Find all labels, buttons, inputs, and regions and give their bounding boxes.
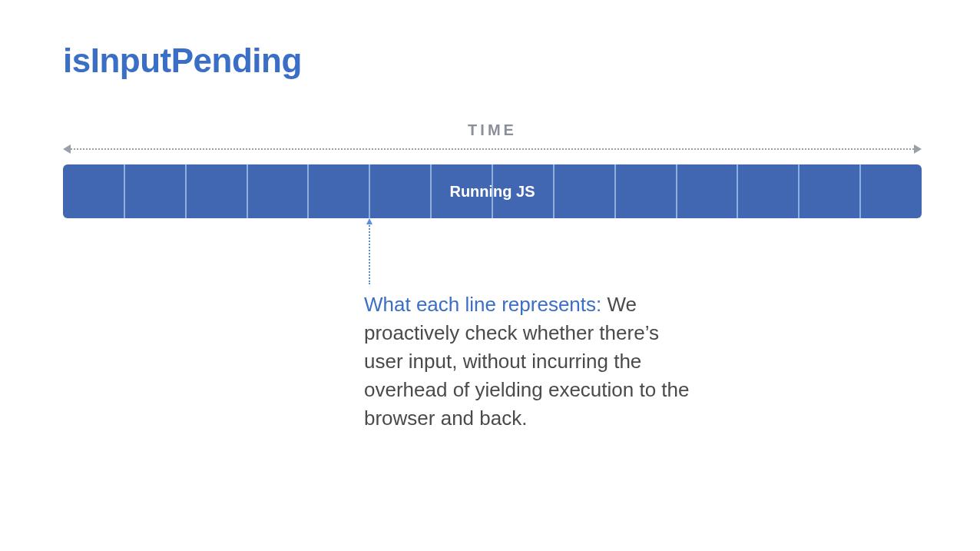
arrow-left-icon bbox=[63, 144, 71, 154]
timeline-bar: Running JS bbox=[63, 164, 922, 218]
segment-divider bbox=[430, 164, 432, 218]
segment-divider bbox=[247, 164, 248, 218]
segment-divider bbox=[124, 164, 125, 218]
segment-divider bbox=[859, 164, 861, 218]
axis-line bbox=[71, 148, 914, 150]
callout-pointer bbox=[369, 220, 370, 284]
segment-divider bbox=[614, 164, 616, 218]
page-title: isInputPending bbox=[63, 41, 302, 80]
axis-label: TIME bbox=[63, 121, 922, 139]
segment-divider bbox=[185, 164, 187, 218]
segment-divider bbox=[492, 164, 493, 218]
segment-divider bbox=[553, 164, 555, 218]
time-axis bbox=[63, 144, 922, 154]
segment-divider bbox=[307, 164, 309, 218]
segment-divider bbox=[798, 164, 800, 218]
callout-text: What each line represents: We proactivel… bbox=[364, 290, 702, 433]
arrow-right-icon bbox=[914, 144, 922, 154]
segment-divider bbox=[737, 164, 738, 218]
callout-heading: What each line represents: bbox=[364, 293, 601, 316]
slide: isInputPending TIME Running JS What each… bbox=[0, 0, 980, 551]
segment-divider bbox=[369, 164, 370, 218]
segment-divider bbox=[676, 164, 677, 218]
